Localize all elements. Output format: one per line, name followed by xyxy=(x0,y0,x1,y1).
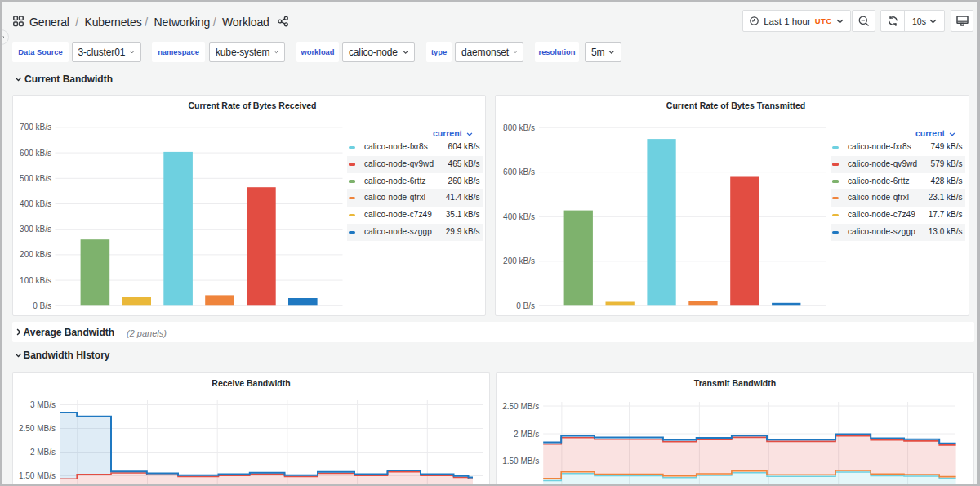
svg-text:0 B/s: 0 B/s xyxy=(33,301,51,310)
svg-text:2 MB/s: 2 MB/s xyxy=(29,448,55,457)
svg-text:2.50 MB/s: 2.50 MB/s xyxy=(502,401,539,410)
svg-text:400 kB/s: 400 kB/s xyxy=(503,212,535,221)
svg-text:800 kB/s: 800 kB/s xyxy=(503,123,535,132)
svg-text:700 kB/s: 700 kB/s xyxy=(20,123,51,132)
svg-text:200 kB/s: 200 kB/s xyxy=(20,250,51,259)
svg-text:200 kB/s: 200 kB/s xyxy=(503,256,535,265)
svg-text:2 MB/s: 2 MB/s xyxy=(514,429,539,438)
svg-text:100 kB/s: 100 kB/s xyxy=(20,275,51,284)
svg-text:400 kB/s: 400 kB/s xyxy=(20,199,51,208)
svg-text:600 kB/s: 600 kB/s xyxy=(503,167,535,176)
svg-text:300 kB/s: 300 kB/s xyxy=(20,225,51,234)
svg-text:1.50 MB/s: 1.50 MB/s xyxy=(18,471,55,480)
svg-text:2.50 MB/s: 2.50 MB/s xyxy=(18,424,55,433)
svg-text:500 kB/s: 500 kB/s xyxy=(20,173,51,182)
svg-text:600 kB/s: 600 kB/s xyxy=(20,148,51,157)
svg-text:1.50 MB/s: 1.50 MB/s xyxy=(502,457,539,466)
svg-text:3 MB/s: 3 MB/s xyxy=(29,400,55,409)
svg-text:0 B/s: 0 B/s xyxy=(516,301,535,310)
